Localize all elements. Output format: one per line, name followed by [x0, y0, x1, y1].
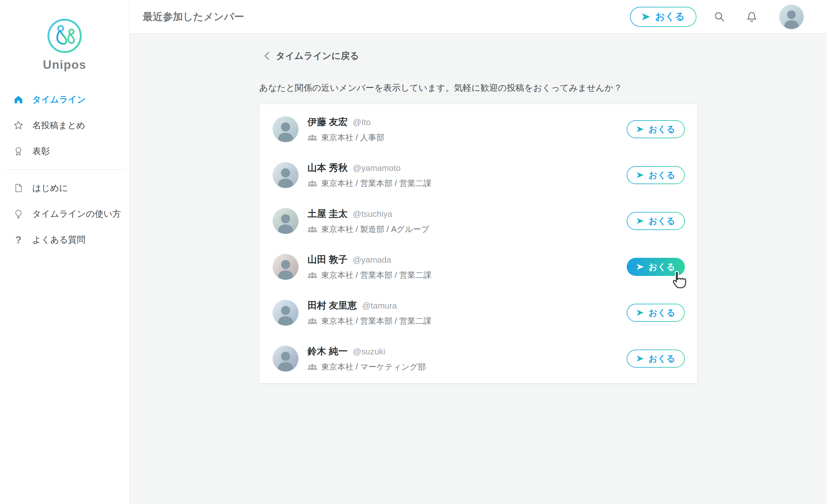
- member-department: 東京本社 / 営業本部 / 営業二課: [321, 270, 432, 281]
- search-icon: [714, 11, 725, 22]
- member-avatar[interactable]: [273, 346, 298, 371]
- member-avatar[interactable]: [273, 254, 298, 280]
- member-username: @tamura: [362, 301, 397, 311]
- bell-icon: [746, 11, 758, 22]
- member-name: 鈴木 純一: [307, 345, 348, 358]
- search-button[interactable]: [712, 9, 727, 24]
- member-row: 田村 友里恵 @tamura 東京本社 / 営業本部 / 営業二課 おくる: [259, 290, 697, 336]
- send-button[interactable]: おくる: [630, 7, 696, 27]
- member-name: 山田 敦子: [307, 253, 348, 266]
- member-username: @yamada: [353, 255, 391, 265]
- member-avatar[interactable]: [273, 208, 298, 234]
- document-icon: [13, 183, 24, 194]
- back-to-timeline-link[interactable]: タイムラインに戻る: [263, 50, 359, 62]
- sidebar-item-getting-started[interactable]: はじめに: [0, 175, 129, 201]
- member-department: 東京本社 / 営業本部 / 営業二課: [321, 316, 432, 326]
- member-department: 東京本社 / 製造部 / Aグループ: [321, 224, 429, 235]
- sidebar-item-label: 名投稿まとめ: [32, 119, 85, 131]
- member-avatar[interactable]: [273, 116, 298, 142]
- sidebar-item-best-posts[interactable]: 名投稿まとめ: [0, 112, 129, 138]
- sidebar-item-awards[interactable]: 表彰: [0, 138, 129, 164]
- member-photo: [273, 346, 298, 371]
- member-username: @Ito: [353, 117, 371, 127]
- member-photo: [273, 162, 298, 188]
- group-icon: [307, 363, 317, 370]
- group-icon: [307, 134, 317, 141]
- send-icon: [636, 355, 644, 362]
- member-photo: [273, 208, 298, 234]
- send-icon: [636, 309, 644, 317]
- award-icon: [13, 146, 24, 157]
- member-username: @yamamoto: [353, 163, 401, 173]
- main-content: タイムラインに戻る あなたと関係の近いメンバーを表示しています。気軽に歓迎の投稿…: [130, 34, 827, 504]
- sidebar-item-label: はじめに: [32, 182, 68, 194]
- sidebar: Unipos タイムライン 名投稿まとめ: [0, 0, 130, 504]
- member-name: 伊藤 友宏: [307, 116, 348, 129]
- member-send-button[interactable]: おくる: [627, 304, 685, 322]
- member-avatar[interactable]: [273, 300, 298, 326]
- send-icon: [642, 12, 650, 21]
- home-icon: [13, 94, 24, 105]
- member-photo: [273, 300, 298, 326]
- member-row: 山田 敦子 @yamada 東京本社 / 営業本部 / 営業二課 おくる: [259, 244, 697, 290]
- member-photo: [273, 116, 298, 142]
- member-row: 土屋 圭太 @tsuchiya 東京本社 / 製造部 / Aグループ おくる: [259, 198, 697, 244]
- page-title: 最近参加したメンバー: [143, 10, 244, 23]
- sidebar-divider: [6, 169, 125, 170]
- member-avatar[interactable]: [273, 162, 298, 188]
- send-icon: [636, 171, 644, 179]
- member-list-card: 伊藤 友宏 @Ito 東京本社 / 人事部 おくる: [259, 104, 697, 384]
- unipos-app: Unipos タイムライン 名投稿まとめ: [0, 0, 827, 504]
- chevron-left-icon: [263, 51, 271, 61]
- member-send-button[interactable]: おくる: [627, 258, 685, 276]
- member-name: 田村 友里恵: [307, 299, 357, 312]
- member-username: @tsuchiya: [353, 209, 392, 219]
- member-department: 東京本社 / 人事部: [321, 132, 384, 143]
- sidebar-item-label: タイムライン: [32, 94, 86, 105]
- page-description: あなたと関係の近いメンバーを表示しています。気軽に歓迎の投稿をおくってみませんか…: [259, 82, 827, 94]
- top-header: 最近参加したメンバー おくる: [130, 0, 827, 34]
- member-name: 山本 秀秋: [307, 161, 348, 174]
- group-icon: [307, 180, 317, 187]
- member-row: 伊藤 友宏 @Ito 東京本社 / 人事部 おくる: [259, 106, 697, 152]
- send-icon: [636, 217, 644, 225]
- unipos-logo-icon: [47, 18, 82, 54]
- lightbulb-icon: [13, 208, 24, 219]
- group-icon: [307, 317, 317, 325]
- member-send-button[interactable]: おくる: [627, 350, 685, 368]
- sidebar-help-nav: はじめに タイムラインの使い方 ? よくある質問: [0, 175, 129, 253]
- member-department: 東京本社 / 営業本部 / 営業二課: [321, 178, 432, 189]
- question-icon: ?: [13, 234, 24, 245]
- group-icon: [307, 226, 317, 233]
- member-send-button[interactable]: おくる: [627, 166, 685, 184]
- user-avatar[interactable]: [779, 4, 804, 29]
- member-row: 山本 秀秋 @yamamoto 東京本社 / 営業本部 / 営業二課 おくる: [259, 152, 697, 198]
- send-icon: [636, 263, 644, 271]
- send-icon: [636, 125, 644, 133]
- brand-wordmark: Unipos: [0, 58, 129, 72]
- sidebar-item-label: タイムラインの使い方: [32, 208, 121, 220]
- group-icon: [307, 272, 317, 279]
- sidebar-item-faq[interactable]: ? よくある質問: [0, 227, 129, 253]
- user-avatar-photo: [779, 4, 804, 29]
- sidebar-item-timeline[interactable]: タイムライン: [0, 87, 129, 112]
- member-username: @suzuki: [353, 347, 385, 357]
- notifications-button[interactable]: [744, 9, 759, 24]
- sidebar-item-label: よくある質問: [32, 234, 86, 246]
- member-send-button[interactable]: おくる: [627, 212, 685, 230]
- member-photo: [273, 254, 298, 280]
- member-send-button[interactable]: おくる: [627, 120, 685, 138]
- sidebar-main-nav: タイムライン 名投稿まとめ 表彰: [0, 87, 129, 164]
- member-name: 土屋 圭太: [307, 207, 348, 220]
- sidebar-item-label: 表彰: [32, 145, 50, 157]
- unipos-logo-link[interactable]: Unipos: [0, 0, 129, 72]
- sidebar-item-how-to-use-timeline[interactable]: タイムラインの使い方: [0, 201, 129, 227]
- star-icon: [13, 120, 24, 131]
- member-row: 鈴木 純一 @suzuki 東京本社 / マーケティング部 おくる: [259, 336, 697, 382]
- member-department: 東京本社 / マーケティング部: [321, 361, 426, 372]
